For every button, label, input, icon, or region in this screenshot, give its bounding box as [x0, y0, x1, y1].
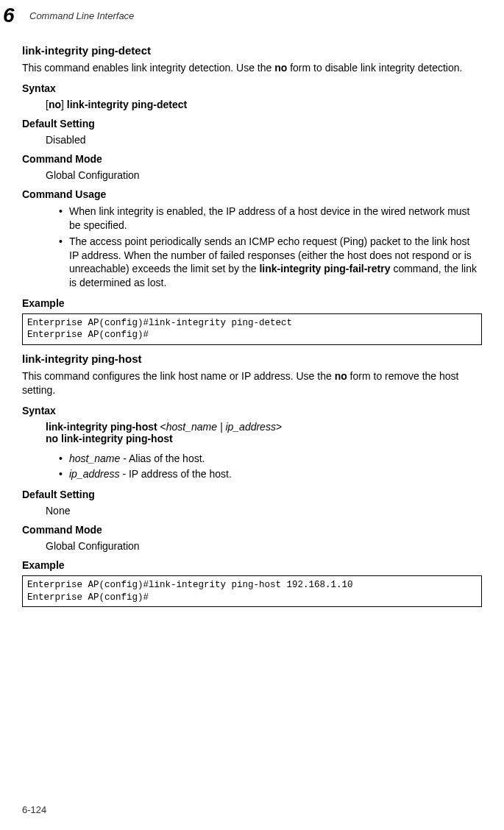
command-title-2: link-integrity ping-host — [22, 352, 482, 365]
usage-bullet-1: When link integrity is enabled, the IP a… — [59, 205, 482, 233]
example-code-2: Enterprise AP(config)#link-integrity pin… — [22, 575, 482, 607]
example-code-1: Enterprise AP(config)#link-integrity pin… — [22, 313, 482, 345]
syntax2-params: host_name | ip_address — [166, 421, 276, 433]
default-setting-heading-1: Default Setting — [22, 118, 482, 130]
syntax-heading-2: Syntax — [22, 405, 482, 416]
command-description-1: This command enables link integrity dete… — [22, 61, 482, 75]
chapter-number: 6 — [0, 4, 18, 27]
desc-pre: This command enables link integrity dete… — [22, 62, 274, 74]
syntax-cmd: link-integrity ping-detect — [67, 99, 187, 110]
command-usage-heading-1: Command Usage — [22, 188, 482, 200]
bullet-text: When link integrity is enabled, the IP a… — [69, 205, 469, 231]
default-setting-value-1: Disabled — [46, 134, 482, 146]
command-title-1: link-integrity ping-detect — [22, 44, 482, 57]
command-mode-heading-2: Command Mode — [22, 524, 482, 536]
default-setting-heading-2: Default Setting — [22, 489, 482, 500]
syntax-bullet-list: host_name - Alias of the host. ip_addres… — [59, 452, 482, 482]
bracket-close: ] — [61, 99, 67, 110]
desc2-bold: no — [335, 370, 347, 382]
default-setting-value-2: None — [46, 505, 482, 517]
param-name-1: host_name — [69, 453, 120, 464]
syntax2-no: no link-integrity ping-host — [46, 433, 173, 444]
header-title: Command Line Interface — [29, 10, 134, 21]
param-name-2: ip_address — [69, 468, 120, 480]
command-mode-value-1: Global Configuration — [46, 169, 482, 181]
syntax-line-1: [no] link-integrity ping-detect — [46, 99, 482, 110]
angle-open: < — [160, 421, 166, 433]
syntax-bullet-2: ip_address - IP address of the host. — [59, 467, 482, 481]
syntax-bullet-1: host_name - Alias of the host. — [59, 452, 482, 466]
page-content: link-integrity ping-detect This command … — [22, 44, 482, 607]
desc-post: form to disable link integrity detection… — [287, 62, 462, 74]
angle-close: > — [276, 421, 282, 433]
bullet-bold: link-integrity ping-fail-retry — [259, 263, 390, 274]
syntax-line-2: link-integrity ping-host <host_name | ip… — [46, 421, 482, 444]
syntax-no: no — [49, 99, 61, 110]
syntax-heading-1: Syntax — [22, 82, 482, 94]
command-mode-heading-1: Command Mode — [22, 153, 482, 165]
usage-bullet-2: The access point periodically sends an I… — [59, 235, 482, 291]
syntax2-cmd: link-integrity ping-host — [46, 421, 160, 433]
command-description-2: This command configures the link host na… — [22, 369, 482, 397]
page-number: 6-124 — [22, 804, 46, 815]
desc2-pre: This command configures the link host na… — [22, 370, 335, 382]
desc-bold: no — [274, 62, 287, 74]
param-desc-2: - IP address of the host. — [120, 468, 232, 480]
param-desc-1: - Alias of the host. — [120, 453, 205, 464]
usage-bullet-list: When link integrity is enabled, the IP a… — [59, 205, 482, 290]
example-heading-1: Example — [22, 297, 482, 309]
command-mode-value-2: Global Configuration — [46, 540, 482, 552]
example-heading-2: Example — [22, 559, 482, 571]
